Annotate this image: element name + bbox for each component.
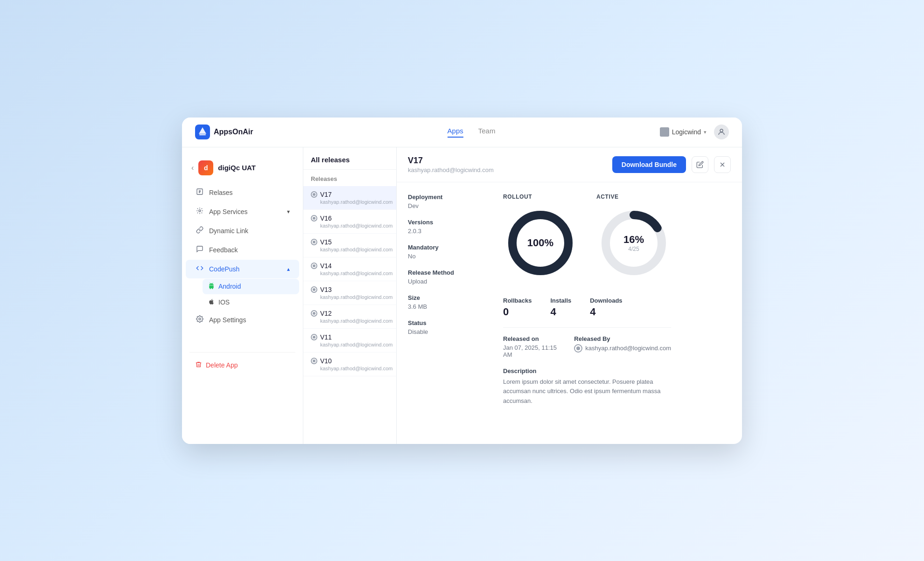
release-version: V16	[320, 215, 332, 222]
status-value: Disable	[408, 328, 492, 335]
releases-section-label: Releases	[303, 170, 396, 186]
release-method-value: Upload	[408, 278, 492, 285]
sidebar-back-header[interactable]: ‹ d digiQc UAT	[182, 157, 303, 183]
sidebar-item-android[interactable]: Android	[203, 279, 299, 294]
feedback-icon	[195, 245, 204, 255]
active-title: ACTIVE	[596, 194, 619, 200]
sidebar-item-feedback[interactable]: Feedback	[186, 241, 299, 259]
sidebar-item-relases[interactable]: Relases	[186, 183, 299, 202]
detail-content: Deployment Dev Versions 2.0.3 Mandatory …	[397, 182, 742, 417]
rollout-donut: 100%	[503, 206, 578, 280]
app-services-icon	[195, 207, 204, 216]
released-on-label: Released on	[503, 335, 567, 342]
release-version: V17	[320, 191, 332, 198]
edit-button[interactable]	[692, 156, 708, 173]
trash-icon	[195, 361, 202, 369]
sidebar-feedback-label: Feedback	[209, 246, 238, 254]
svg-point-4	[199, 318, 201, 320]
deployment-value: Dev	[408, 202, 492, 209]
mandatory-value: No	[408, 253, 492, 260]
description-value: Lorem ipsum dolor sit amet consectetur. …	[503, 377, 671, 406]
release-item[interactable]: V11 kashyap.rathod@logicwind.com	[303, 329, 396, 353]
release-item[interactable]: V14 kashyap.rathod@logicwind.com	[303, 257, 396, 281]
released-on-value: Jan 07, 2025, 11:15 AM	[503, 344, 567, 358]
sidebar-item-ios[interactable]: IOS	[203, 295, 299, 310]
tab-apps[interactable]: Apps	[448, 127, 463, 138]
close-button[interactable]	[714, 156, 731, 173]
sidebar-relases-label: Relases	[209, 189, 233, 196]
right-column-spacer	[682, 194, 731, 406]
release-email: kashyap.rathod@logicwind.com	[311, 366, 389, 371]
release-email: kashyap.rathod@logicwind.com	[311, 318, 389, 324]
logo-icon	[195, 125, 210, 139]
android-icon	[208, 283, 215, 291]
dynamic-link-icon	[195, 226, 204, 235]
stats-row: Rollbacks 0 Installs 4 Downloads 4	[503, 297, 671, 318]
app-name: digiQc UAT	[218, 164, 256, 172]
org-name: Logicwind	[672, 128, 701, 136]
sidebar-app-settings-label: App Settings	[209, 316, 246, 324]
release-version: V13	[320, 286, 332, 293]
release-info-grid: Released on Jan 07, 2025, 11:15 AM Relea…	[503, 335, 671, 358]
release-version: V11	[320, 333, 332, 341]
sidebar-codepush-label: CodePush	[209, 265, 239, 273]
detail-header: V17 kashyap.rathod@logicwind.com Downloa…	[397, 147, 742, 182]
donut-charts: ROLLOUT 100%	[503, 194, 671, 280]
mandatory-label: Mandatory	[408, 244, 492, 251]
all-releases-header: All releases	[303, 147, 396, 170]
deployment-item: Deployment Dev	[408, 194, 492, 209]
release-item[interactable]: V13 kashyap.rathod@logicwind.com	[303, 281, 396, 305]
size-item: Size 3.6 MB	[408, 294, 492, 310]
released-on-item: Released on Jan 07, 2025, 11:15 AM	[503, 335, 567, 358]
description-section: Description Lorem ipsum dolor sit amet c…	[503, 367, 671, 406]
download-bundle-button[interactable]: Download Bundle	[612, 156, 686, 173]
codepush-arrow: ▴	[287, 266, 290, 272]
detail-title-area: V17 kashyap.rathod@logicwind.com	[408, 156, 607, 173]
org-selector[interactable]: Logicwind ▾	[660, 127, 707, 137]
chevron-down-icon: ▾	[704, 129, 707, 135]
release-item[interactable]: V10 kashyap.rathod@logicwind.com	[303, 353, 396, 376]
header: AppsOnAir Apps Team Logicwind ▾	[182, 118, 742, 147]
active-label: 16% 4/25	[623, 234, 644, 252]
release-item[interactable]: V16 kashyap.rathod@logicwind.com	[303, 210, 396, 234]
installs-stat: Installs 4	[550, 297, 571, 318]
release-email: kashyap.rathod@logicwind.com	[311, 294, 389, 300]
rollout-label: 100%	[527, 237, 553, 249]
detail-version: V17	[408, 156, 607, 166]
release-list-panel: All releases Releases V17 kashyap.rathod…	[303, 147, 397, 444]
sidebar-item-codepush[interactable]: CodePush ▴	[186, 260, 299, 278]
user-icon[interactable]	[714, 125, 729, 139]
sidebar-item-app-services[interactable]: App Services ▾	[186, 202, 299, 221]
release-dot	[311, 310, 317, 317]
release-item[interactable]: V15 kashyap.rathod@logicwind.com	[303, 234, 396, 257]
release-info-section: Released on Jan 07, 2025, 11:15 AM Relea…	[503, 327, 671, 358]
release-dot	[311, 191, 317, 198]
release-dot	[311, 263, 317, 269]
svg-point-1	[720, 129, 723, 132]
release-version: V10	[320, 357, 332, 365]
release-item[interactable]: V12 kashyap.rathod@logicwind.com	[303, 305, 396, 329]
sidebar-sub-items: Android IOS	[182, 279, 303, 310]
charts-section: ROLLOUT 100%	[503, 194, 671, 406]
release-dot	[311, 286, 317, 293]
delete-app-button[interactable]: Delete App	[186, 356, 299, 374]
android-label: Android	[218, 283, 241, 290]
org-icon	[660, 127, 669, 137]
release-email: kashyap.rathod@logicwind.com	[311, 247, 389, 252]
releases-label-text: Releases	[311, 175, 337, 182]
sidebar-item-app-settings[interactable]: App Settings	[186, 311, 299, 329]
detail-meta: Deployment Dev Versions 2.0.3 Mandatory …	[408, 194, 492, 406]
release-dot	[311, 334, 317, 340]
size-value: 3.6 MB	[408, 303, 492, 310]
released-by-row: kashyap.rathod@logicwind.com	[574, 344, 671, 353]
release-item[interactable]: V17 kashyap.rathod@logicwind.com	[303, 186, 396, 210]
release-dot	[311, 358, 317, 364]
mandatory-item: Mandatory No	[408, 244, 492, 260]
release-method-item: Release Method Upload	[408, 269, 492, 285]
detail-email: kashyap.rathod@logicwind.com	[408, 166, 607, 173]
released-by-avatar	[574, 344, 582, 353]
tab-team[interactable]: Team	[478, 127, 496, 138]
main-content: ‹ d digiQc UAT Relases	[182, 147, 742, 444]
active-percent: 16%	[623, 234, 644, 246]
sidebar-item-dynamic-link[interactable]: Dynamic Link	[186, 222, 299, 240]
